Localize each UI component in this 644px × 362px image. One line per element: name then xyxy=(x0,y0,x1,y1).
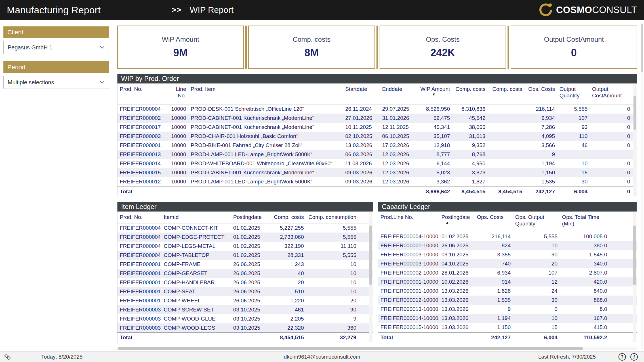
period-dropdown[interactable]: Multiple selections xyxy=(3,76,109,89)
chevron-down-icon[interactable] xyxy=(100,81,105,84)
table-row[interactable]: FREIFER00001210000PROD-LAMP-001 LED-Lamp… xyxy=(117,177,633,186)
help-icon[interactable]: ? xyxy=(618,353,626,361)
table-row[interactable]: FREIFER00000210000PROD-CABINET-001 Küche… xyxy=(117,114,633,123)
table-row[interactable]: FREIFER000001-1000010.02.202691412420.0 xyxy=(378,277,637,286)
column-header[interactable]: WiP Amount ▼ xyxy=(415,83,452,104)
cell: 11,110 xyxy=(306,242,359,251)
table-row[interactable]: FREIFER000001COMP-WHEEL26.06.20251,22020 xyxy=(117,296,373,305)
scrollbar-thumb[interactable] xyxy=(633,225,636,285)
table-row[interactable]: FREIFER000004-1000001.02.2025216,1145,55… xyxy=(378,232,637,241)
column-header[interactable]: Prod.Line No. xyxy=(378,212,439,232)
cell: 5,555 xyxy=(306,233,359,242)
table-row[interactable]: FREIFER000001-1000013.03.20261,82824840.… xyxy=(378,286,637,296)
column-header[interactable]: Prod. No. xyxy=(117,83,166,104)
table-row[interactable]: FREIFER000012-1000013.03.20261,53530868.… xyxy=(378,296,637,305)
column-header[interactable]: Prod. No. xyxy=(117,212,161,223)
table-row[interactable]: FREIFER000015-1000013.03.20261,15015415.… xyxy=(378,323,637,332)
cell: 10 xyxy=(306,287,359,296)
scrollbar-thumb[interactable] xyxy=(641,24,643,72)
column-header[interactable]: Ops. Total Time (Min) xyxy=(560,212,609,232)
table-row[interactable]: FREIFER000003-1000003.10.20253,355901,54… xyxy=(378,250,637,259)
cell: 0 xyxy=(590,114,632,123)
horizontal-scrollbar[interactable] xyxy=(117,347,637,350)
table-row[interactable]: FREIFER00001710000PROD-CABINET-001 Küche… xyxy=(117,123,633,132)
column-header[interactable]: Postingdate ▲ xyxy=(439,212,475,232)
cell: 90 xyxy=(306,305,359,314)
table-row[interactable]: FREIFER00000310000PROD-CHAIR-001 Holzstu… xyxy=(117,132,633,141)
cell: 28,331 xyxy=(268,251,306,260)
column-header[interactable]: Postingdate xyxy=(231,212,268,223)
client-dropdown[interactable]: Pegasus GmbH 1 xyxy=(3,41,109,54)
table-row[interactable]: FREIFER000003COMP-WOOD-LEGS03.10.202522,… xyxy=(117,323,373,332)
cell: FREIFER000003 xyxy=(117,314,161,323)
cell: FREIFER000001 xyxy=(117,141,166,150)
capacity-ledger-scrollbar[interactable] xyxy=(633,212,636,342)
table-row[interactable]: FREIFER000003-1000004.10.202574020340.0 xyxy=(378,259,637,268)
table-row[interactable]: FREIFER000001-1000026.06.202582410380.0 xyxy=(378,241,637,250)
cell: 3,355 xyxy=(475,250,513,259)
table-row[interactable]: FREIFER000001COMP-HANDLEBAR26.06.2025201… xyxy=(117,278,373,287)
cell: 824 xyxy=(475,241,513,250)
cell: FREIFER000013-10000 xyxy=(378,305,439,314)
column-header[interactable]: Prod. Item xyxy=(188,83,343,104)
column-header[interactable]: Ops. Output Quantity xyxy=(513,212,560,232)
kpi-card-output-costamount[interactable]: Output CostAmount 0 xyxy=(511,26,637,69)
capacity-ledger-title: Capacity Ledger xyxy=(378,202,637,212)
wip-table-scrollbar[interactable] xyxy=(633,84,637,196)
table-row[interactable]: FREIFER000004COMP-LEGS-METAL01.02.202532… xyxy=(117,242,373,251)
item-ledger-scrollbar[interactable] xyxy=(369,212,372,342)
column-header[interactable]: Output Quantity xyxy=(557,83,590,104)
table-row[interactable]: FREIFER00001310000PROD-LAMP-001 LED-Lamp… xyxy=(117,150,633,159)
total-label: Total xyxy=(117,333,161,343)
kpi-card-wip-amount[interactable]: WiP Amount 9M xyxy=(117,26,244,69)
column-header[interactable]: Comp. costs xyxy=(452,83,488,104)
column-header[interactable]: Ops. Costs xyxy=(525,83,557,104)
cell: PROD-DESK-001 Schreibtisch „OfficeLine 1… xyxy=(188,104,343,114)
sort-descending-icon[interactable]: ▼ xyxy=(418,92,450,97)
table-row[interactable]: FREIFER00001510000PROD-CABINET-001 Küche… xyxy=(117,168,633,177)
table-row[interactable]: FREIFER00000410000PROD-DESK-001 Schreibt… xyxy=(117,104,633,114)
cell: 9,352 xyxy=(452,141,488,150)
cell: PROD-LAMP-001 LED-Lampe „BrightWork 5000… xyxy=(188,150,343,159)
vertical-scrollbar[interactable] xyxy=(641,22,643,349)
table-row[interactable]: FREIFER000001COMP-FRAME26.06.202524310 xyxy=(117,260,373,269)
column-header[interactable]: Output CostAmount xyxy=(590,83,632,104)
cosmo-swoosh-icon xyxy=(538,3,553,17)
table-row[interactable]: FREIFER00000110000PROD-BIKE-001 Fahrrad … xyxy=(117,141,633,150)
column-header[interactable]: Line No. xyxy=(166,83,188,104)
cell: 09.03.2026 xyxy=(343,168,380,177)
column-header[interactable]: Startdate xyxy=(343,83,380,104)
table-row[interactable]: FREIFER000004COMP-TABLETOP01.02.202528,3… xyxy=(117,251,373,260)
table-row[interactable]: FREIFER000014-1000013.03.20261,19410167.… xyxy=(378,314,637,323)
cell: 10000 xyxy=(166,104,188,114)
scrollbar-thumb[interactable] xyxy=(634,96,636,130)
table-row[interactable]: FREIFER000003COMP-WOOD-GLUE03.10.20252,2… xyxy=(117,314,373,323)
cell: FREIFER000001 xyxy=(117,260,161,269)
column-header[interactable]: ItemId xyxy=(161,212,231,223)
column-header[interactable]: Comp. costs xyxy=(488,83,525,104)
table-row[interactable]: FREIFER000004COMP-EDGE-PROTECT01.02.2025… xyxy=(117,233,373,242)
cell: 10.11.2025 xyxy=(343,123,380,132)
column-header[interactable]: Enddate xyxy=(380,83,415,104)
capacity-ledger-total-row: Total 242,127 6,004 110,592.2 xyxy=(378,332,637,343)
column-header[interactable]: Comp. consumption xyxy=(306,212,359,223)
table-row[interactable]: FREIFER000002-1000028.01.20266,9341072,8… xyxy=(378,268,637,277)
total-cell: 8,454,515 xyxy=(268,333,306,343)
table-row[interactable]: FREIFER000004COMP-CONNECT-KIT01.02.20255… xyxy=(117,223,373,233)
cell: 1,535 xyxy=(525,177,557,186)
table-row[interactable]: FREIFER000003COMP-SCREW-SET03.10.2025461… xyxy=(117,305,373,314)
scrollbar-thumb[interactable] xyxy=(369,225,372,285)
scrollbar-thumb[interactable] xyxy=(118,347,583,350)
column-header[interactable]: Ops. Costs xyxy=(475,212,513,232)
sort-ascending-icon[interactable]: ▲ xyxy=(441,220,472,225)
table-row[interactable]: FREIFER000001COMP-SEAT26.06.202551010 xyxy=(117,287,373,296)
column-header[interactable]: Comp. costs xyxy=(268,212,306,223)
table-row[interactable]: FREIFER000001COMP-GEARSET26.06.20254010 xyxy=(117,269,373,278)
kpi-card-comp-costs[interactable]: Comp. costs 8M xyxy=(248,26,375,69)
table-row[interactable]: FREIFER00001410000PROD-WHITEBOARD-001 Wh… xyxy=(117,159,633,168)
chevron-down-icon[interactable] xyxy=(100,46,105,49)
table-row[interactable]: FREIFER000013-1000013.03.2026908.0 xyxy=(378,305,637,314)
kpi-card-ops-costs[interactable]: Ops. Costs 242K xyxy=(380,26,506,69)
kpi-label: Output CostAmount xyxy=(544,35,604,43)
info-icon[interactable]: i xyxy=(630,353,638,361)
